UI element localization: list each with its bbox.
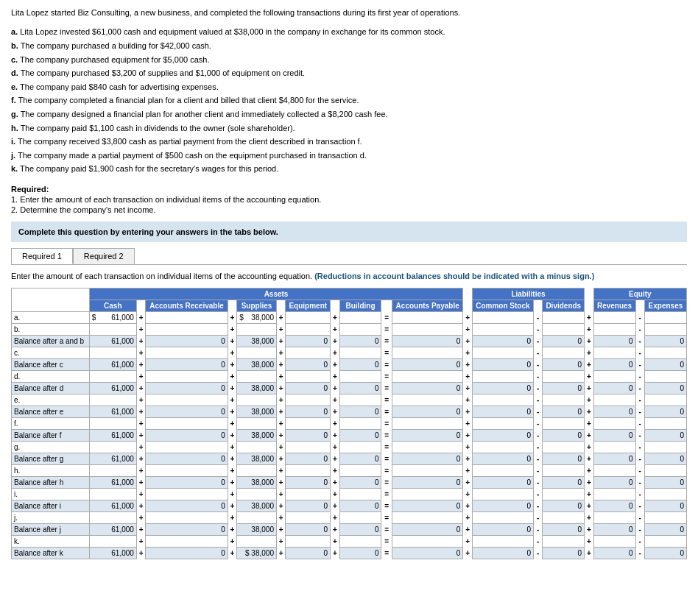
cell-dividends[interactable] [543,512,585,524]
cell-ar[interactable] [146,512,228,524]
cell-building[interactable] [339,394,381,406]
cell-expenses[interactable] [644,536,686,548]
cell-dividends[interactable] [543,489,585,500]
cell-cash[interactable] [89,394,136,406]
cell-revenues[interactable] [593,418,635,430]
cell-expenses[interactable] [644,394,686,406]
cell-expenses[interactable] [644,312,686,324]
cell-supplies[interactable] [237,394,277,406]
cell-cs[interactable] [472,371,533,383]
cell-equipment[interactable] [286,347,331,359]
cell-revenues[interactable] [593,324,635,336]
cell-ar[interactable] [146,442,228,453]
cell-expenses[interactable] [644,512,686,524]
cell-dividends[interactable] [543,394,585,406]
cell-expenses[interactable] [644,371,686,383]
cell-building[interactable] [339,465,381,477]
cell-revenues[interactable] [593,442,635,453]
cell-ap[interactable] [392,324,462,336]
cell-cash[interactable] [89,442,136,453]
cell-equipment[interactable] [286,512,331,524]
cell-cash[interactable] [89,371,136,383]
cell-ap[interactable] [392,371,462,383]
cell-equipment[interactable] [286,418,331,430]
cell-supplies[interactable] [237,489,277,500]
cell-revenues[interactable] [593,347,635,359]
cell-equipment[interactable] [286,442,331,453]
cell-equipment[interactable] [286,536,331,548]
cell-building[interactable] [339,371,381,383]
cell-ap[interactable] [392,347,462,359]
cell-cs[interactable] [472,394,533,406]
cell-expenses[interactable] [644,442,686,453]
cell-equipment[interactable] [286,371,331,383]
cell-building[interactable] [339,312,381,324]
cell-cash[interactable] [89,489,136,500]
cell-dividends[interactable] [543,371,585,383]
tab-required1[interactable]: Required 1 [11,248,73,264]
cell-revenues[interactable] [593,371,635,383]
cell-dividends[interactable] [543,418,585,430]
cell-ar[interactable] [146,418,228,430]
cell-dividends[interactable] [543,312,585,324]
cell-cash[interactable] [89,512,136,524]
cell-cs[interactable] [472,347,533,359]
cell-cash[interactable] [89,418,136,430]
cell-building[interactable] [339,442,381,453]
cell-building[interactable] [339,489,381,500]
cell-ap[interactable] [392,465,462,477]
cell-ap[interactable] [392,512,462,524]
cell-dividends[interactable] [543,442,585,453]
cell-building[interactable] [339,418,381,430]
cell-ap[interactable] [392,394,462,406]
cell-dividends[interactable] [543,347,585,359]
cell-expenses[interactable] [644,465,686,477]
cell-ap[interactable] [392,442,462,453]
cell-cs[interactable] [472,442,533,453]
cell-equipment[interactable] [286,394,331,406]
cell-cs[interactable] [472,489,533,500]
cell-cash[interactable] [89,465,136,477]
cell-expenses[interactable] [644,489,686,500]
cell-supplies[interactable] [237,512,277,524]
cell-building[interactable] [339,347,381,359]
cell-cs[interactable] [472,512,533,524]
cell-ar[interactable] [146,324,228,336]
cell-dividends[interactable] [543,324,585,336]
cell-ar[interactable] [146,312,228,324]
cell-cs[interactable] [472,324,533,336]
cell-cash[interactable]: $ [89,312,136,324]
cell-ar[interactable] [146,536,228,548]
cell-cs[interactable] [472,418,533,430]
cell-cash[interactable] [89,347,136,359]
cell-cash[interactable] [89,536,136,548]
cell-building[interactable] [339,512,381,524]
cell-revenues[interactable] [593,512,635,524]
cell-ap[interactable] [392,312,462,324]
cell-ap[interactable] [392,489,462,500]
cell-supplies[interactable] [237,347,277,359]
tab-required2[interactable]: Required 2 [73,248,135,264]
cell-equipment[interactable] [286,324,331,336]
cell-equipment[interactable] [286,465,331,477]
cell-cs[interactable] [472,465,533,477]
cell-expenses[interactable] [644,347,686,359]
cell-equipment[interactable] [286,312,331,324]
cell-supplies[interactable] [237,536,277,548]
cell-supplies[interactable] [237,442,277,453]
cell-ap[interactable] [392,418,462,430]
cell-expenses[interactable] [644,418,686,430]
cell-supplies[interactable] [237,324,277,336]
cell-equipment[interactable] [286,489,331,500]
cell-dividends[interactable] [543,465,585,477]
cell-cash[interactable] [89,324,136,336]
cell-supplies[interactable] [237,465,277,477]
cell-ap[interactable] [392,536,462,548]
cell-revenues[interactable] [593,489,635,500]
cell-supplies[interactable] [237,371,277,383]
cell-revenues[interactable] [593,394,635,406]
cell-ar[interactable] [146,371,228,383]
cell-cs[interactable] [472,536,533,548]
cell-ar[interactable] [146,465,228,477]
cell-ar[interactable] [146,394,228,406]
